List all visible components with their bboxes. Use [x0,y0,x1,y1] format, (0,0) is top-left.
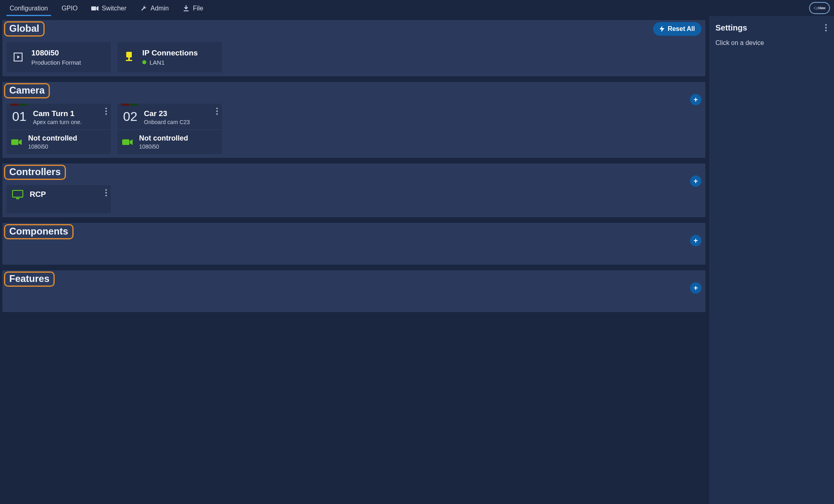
svg-rect-14 [16,198,19,199]
nav-items: Configuration GPIO Switcher Admin [4,0,209,16]
section-header: Global Reset All [2,20,705,38]
card-title: IP Connections [142,49,198,57]
section-body [2,241,705,265]
section-camera: Camera + 01 Cam Turn [2,82,705,158]
brand-logo-b: View [818,6,825,10]
add-feature-button[interactable]: + [690,282,701,294]
settings-menu-button[interactable] [824,22,828,33]
section-header: Features + [2,270,705,288]
tally-indicator [121,104,138,106]
settings-title: Settings [715,23,747,33]
section-title: Global [4,21,45,37]
svg-marker-12 [130,139,133,145]
svg-rect-9 [11,139,18,145]
network-icon [123,52,135,62]
play-box-icon [12,52,24,62]
svg-rect-7 [128,57,130,60]
add-component-button[interactable]: + [690,235,701,246]
settings-panel: Settings Click on a device [709,16,834,504]
monitor-icon [12,190,23,200]
camera-format: 1080i50 [139,143,188,150]
plus-icon: + [694,237,698,245]
nav-tab-label: File [193,5,203,12]
tally-indicator [10,104,27,106]
settings-hint: Click on a device [715,39,828,47]
camera-number: 01 [10,109,28,124]
card-sub-text: LAN1 [150,59,165,66]
svg-rect-11 [122,139,129,145]
wrench-icon [140,5,148,12]
camera-menu-button[interactable] [215,106,219,116]
card-sub: Production Format [31,59,81,66]
camera-icon [91,5,98,12]
camera-title: Cam Turn 1 [33,109,107,118]
add-controller-button[interactable]: + [690,175,701,187]
controller-card[interactable]: RCP [6,185,111,213]
svg-rect-0 [91,6,96,10]
section-components: Components + [2,223,705,265]
brand-logo: CyView [809,2,830,14]
controller-title: RCP [30,190,46,199]
section-controllers: Controllers + RCP [2,163,705,217]
svg-rect-13 [12,190,23,197]
svg-marker-5 [17,55,20,59]
svg-rect-8 [126,60,132,61]
camera-number: 02 [121,109,139,124]
status-dot-icon [142,60,146,64]
top-nav: Configuration GPIO Switcher Admin [0,0,834,16]
nav-tab-label: Configuration [10,5,48,12]
camcorder-icon [11,139,22,146]
svg-marker-10 [19,139,22,145]
section-title: Features [4,271,55,287]
section-header: Components + [2,223,705,241]
camera-format: 1080i50 [28,143,77,150]
reset-all-button[interactable]: Reset All [653,22,701,36]
brand-logo-a: Cy [814,6,818,10]
svg-rect-6 [126,52,132,57]
svg-marker-3 [660,26,664,32]
section-title: Controllers [4,165,66,180]
section-body: 01 Cam Turn 1 Apex cam turn one. [2,100,705,158]
svg-rect-2 [184,10,189,11]
section-features: Features + [2,270,705,312]
nav-tab-label: Switcher [102,5,126,12]
nav-tab-label: GPIO [61,5,78,12]
camera-card[interactable]: 01 Cam Turn 1 Apex cam turn one. [6,104,111,154]
section-body: 1080i50 Production Format IP Connections [2,38,705,76]
nav-tab-label: Admin [151,5,169,12]
section-body [2,288,705,312]
section-header: Camera + [2,82,705,100]
camera-state: Not controlled [139,134,188,143]
main-panel: Global Reset All 1080i50 [0,16,709,504]
nav-tab-switcher[interactable]: Switcher [86,1,132,16]
plus-icon: + [694,177,698,186]
plus-icon: + [694,96,698,104]
card-sub: LAN1 [142,59,198,66]
camera-sub: Apex cam turn one. [33,119,107,125]
camera-state: Not controlled [28,134,77,143]
nav-tab-gpio[interactable]: GPIO [56,1,83,16]
camera-title: Car 23 [144,109,218,118]
controller-menu-button[interactable] [104,188,109,198]
card-title: 1080i50 [31,49,81,57]
section-global: Global Reset All 1080i50 [2,20,705,76]
section-body: RCP [2,181,705,217]
nav-tab-configuration[interactable]: Configuration [4,1,53,16]
camera-sub: Onboard cam C23 [144,119,218,125]
section-title: Camera [4,83,50,98]
download-icon [182,5,190,12]
add-camera-button[interactable]: + [690,94,701,105]
section-header: Controllers + [2,163,705,181]
svg-marker-1 [96,6,98,11]
bolt-icon [660,26,664,32]
section-title: Components [4,224,74,239]
global-card-production-format[interactable]: 1080i50 Production Format [6,42,111,72]
camcorder-icon [122,139,133,146]
reset-all-label: Reset All [668,25,695,33]
camera-menu-button[interactable] [104,106,109,116]
plus-icon: + [694,284,698,292]
nav-tab-file[interactable]: File [177,1,209,16]
nav-tab-admin[interactable]: Admin [135,1,174,16]
camera-card[interactable]: 02 Car 23 Onboard cam C23 [117,104,222,154]
global-card-ip-connections[interactable]: IP Connections LAN1 [117,42,222,72]
